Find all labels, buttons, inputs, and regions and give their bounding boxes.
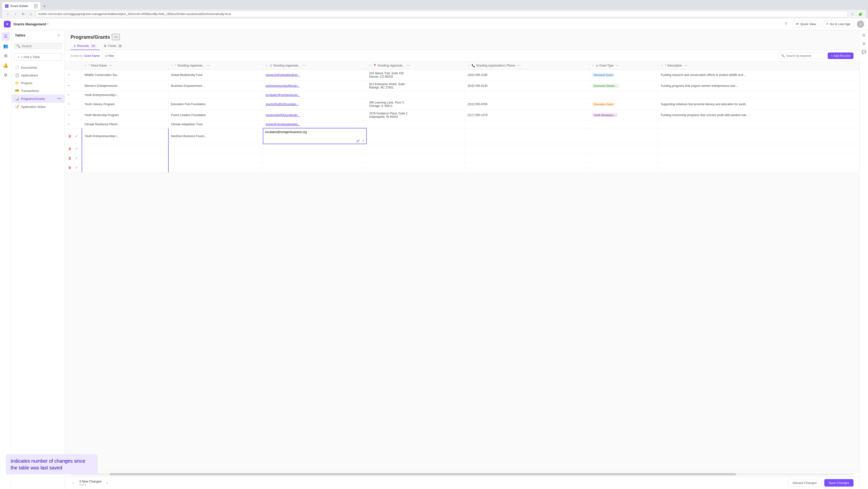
confirm-row-button[interactable]: ✓	[74, 165, 79, 170]
cell-grant-name-editing[interactable]	[82, 153, 168, 163]
delete-row-button[interactable]: 🗑	[67, 165, 72, 170]
cell-empty[interactable]	[589, 144, 658, 153]
confirm-row-button[interactable]: ✓	[74, 146, 79, 151]
cell-empty[interactable]	[367, 163, 465, 172]
home-button[interactable]: ⌂	[28, 11, 34, 17]
cell-org-name-editing[interactable]	[168, 153, 263, 163]
url-bar[interactable]: builder-next.knack.com/ziggyapps/grants-…	[36, 11, 848, 17]
col-drag-handle[interactable]: ≡	[468, 64, 471, 67]
next-change-button[interactable]: ›	[104, 480, 111, 486]
col-drag-handle[interactable]: ≡	[592, 64, 595, 67]
extensions-button[interactable]: 🧩	[857, 11, 863, 17]
filter-button[interactable]: ⧖ Filter	[102, 53, 117, 59]
col-header-granting-org-1[interactable]: ≡ T Granting organizati... •••	[168, 62, 263, 70]
col-more-icon[interactable]: •••	[616, 64, 619, 67]
cell-grant-name[interactable]: Youth Mentorship Program	[82, 110, 168, 121]
new-tab-button[interactable]: +	[41, 3, 48, 10]
cell-grant-name-editing[interactable]	[82, 144, 168, 153]
delete-row-button[interactable]: 🗑	[67, 146, 72, 151]
tab-fields[interactable]: ⊞ Fields 8	[100, 42, 126, 50]
cell-empty[interactable]	[263, 153, 367, 163]
cell-phone[interactable]: (303) 555-2345	[465, 70, 589, 81]
sidebar-item-transactions[interactable]: 💳 Transactions	[11, 87, 64, 94]
cell-org-name[interactable]: Future Leaders Foundation	[168, 110, 263, 121]
sidebar-item-projects[interactable]: 📁 Projects	[11, 79, 64, 87]
cell-empty[interactable]	[263, 163, 367, 172]
cell-grant-type[interactable]: Youth Developm...	[589, 110, 658, 121]
delete-row-button[interactable]: 🗑	[67, 134, 72, 139]
cell-info-button[interactable]: ℹ	[361, 139, 365, 143]
right-panel-btn-1[interactable]: ⧉	[861, 32, 867, 39]
sidebar-item-documents[interactable]: 📄 Documents	[11, 64, 64, 71]
cell-grant-type[interactable]: Research Grant	[589, 70, 658, 81]
cell-description[interactable]	[658, 91, 859, 99]
cell-empty[interactable]	[367, 153, 465, 163]
col-more-icon[interactable]: •••	[302, 64, 306, 67]
cell-grant-name[interactable]: Youth Literacy Program	[82, 99, 168, 110]
col-more-icon[interactable]: •••	[517, 64, 521, 67]
col-header-phone[interactable]: ≡ 📞 Granting organization's Phone •••	[465, 62, 589, 70]
delete-row-button[interactable]: 🗑	[67, 155, 72, 161]
save-changes-button[interactable]: Save Changes	[824, 479, 854, 487]
col-more-icon[interactable]: •••	[207, 64, 210, 67]
email-link[interactable]: entrepreneurship@busin...	[266, 84, 300, 88]
cell-grant-name[interactable]: Climate Resilience Planni...	[82, 121, 168, 128]
discard-changes-button[interactable]: Discard Changes	[788, 479, 822, 487]
cell-grant-type[interactable]	[589, 121, 658, 128]
cell-address[interactable]	[367, 91, 465, 99]
cell-phone[interactable]	[465, 121, 589, 128]
live-app-button[interactable]: ↗ Go to Live App	[822, 21, 854, 28]
table-more-options-button[interactable]: •••	[112, 34, 120, 40]
cell-email[interactable]: mentorship@futureleade...	[263, 110, 367, 121]
cell-empty[interactable]	[658, 153, 859, 163]
refresh-button[interactable]: ↻	[20, 11, 26, 17]
add-table-button[interactable]: + + Add a Table	[14, 53, 62, 61]
tables-nav-button[interactable]: ☰	[1, 32, 10, 40]
email-link[interactable]: research@globalbiodiver...	[266, 73, 300, 77]
cell-description[interactable]: Supporting initiatives that promote lite…	[658, 99, 859, 110]
cell-grant-name-editing[interactable]: Youth Entrepreneurship I...	[82, 128, 168, 144]
confirm-row-button[interactable]: ✓	[74, 155, 79, 161]
cell-address[interactable]: 913 Enterprise Street, Suite ·Raleigh, N…	[367, 81, 465, 91]
quick-view-button[interactable]: 👁 Quick View	[793, 21, 819, 28]
cell-empty[interactable]	[263, 144, 367, 153]
cell-empty[interactable]	[589, 153, 658, 163]
email-link[interactable]: grants@climateadaptatio...	[266, 123, 300, 126]
cell-phone[interactable]: (317) 555-1579	[465, 110, 589, 121]
horizontal-scrollbar[interactable]	[70, 473, 854, 476]
cell-grant-name[interactable]: Women's Entrepreneursh...	[82, 81, 168, 91]
more-options-icon[interactable]: •••	[57, 96, 61, 101]
cell-org-name-editing[interactable]	[168, 144, 263, 153]
right-panel-btn-3[interactable]: 💬	[861, 48, 867, 55]
cell-phone[interactable]: (312) 555-8765	[465, 99, 589, 110]
cell-grant-name-editing[interactable]	[82, 163, 168, 172]
cell-org-name[interactable]: Climate Adaptation Trust	[168, 121, 263, 128]
email-link[interactable]: grants@edfirstfoundatio...	[266, 103, 299, 106]
cell-org-name-editing[interactable]	[168, 163, 263, 172]
email-link[interactable]: incubator@nextgenbusin...	[266, 93, 300, 97]
bookmark-button[interactable]: ☆	[850, 11, 856, 17]
sidebar-close-button[interactable]: ✕	[56, 33, 61, 38]
cell-org-name[interactable]: Education First Foundation	[168, 99, 263, 110]
prev-change-button[interactable]: ‹	[70, 480, 76, 486]
cell-description[interactable]: Funding research and conservation effort…	[658, 70, 859, 81]
cell-empty[interactable]	[658, 128, 859, 144]
col-drag-handle[interactable]: ≡	[369, 64, 372, 67]
bell-nav-button[interactable]: 🔔	[1, 61, 10, 70]
browser-tab[interactable]: K Knack Builder ✕	[2, 2, 40, 10]
col-more-icon[interactable]: •••	[109, 64, 112, 67]
cell-empty[interactable]	[465, 144, 589, 153]
cell-email[interactable]: grants@edfirstfoundatio...	[263, 99, 367, 110]
sidebar-search-input[interactable]	[22, 44, 62, 48]
cell-email[interactable]: research@globalbiodiver...	[263, 70, 367, 81]
cell-org-name[interactable]	[168, 91, 263, 99]
cell-org-name[interactable]: Business Empowerment ...	[168, 81, 263, 91]
cell-address[interactable]: 234 Nature Trail, Suite 150Denver, CO 80…	[367, 70, 465, 81]
cell-empty[interactable]	[465, 128, 589, 144]
search-input[interactable]	[786, 54, 823, 58]
cell-grant-type[interactable]: Economic Develo...	[589, 81, 658, 91]
col-header-granting-org-3[interactable]: ≡ 📍 Granting organizati... •••	[367, 62, 465, 70]
close-tab-button[interactable]: ✕	[34, 4, 37, 8]
col-drag-handle[interactable]: ≡	[661, 64, 663, 67]
cell-empty[interactable]	[589, 163, 658, 172]
